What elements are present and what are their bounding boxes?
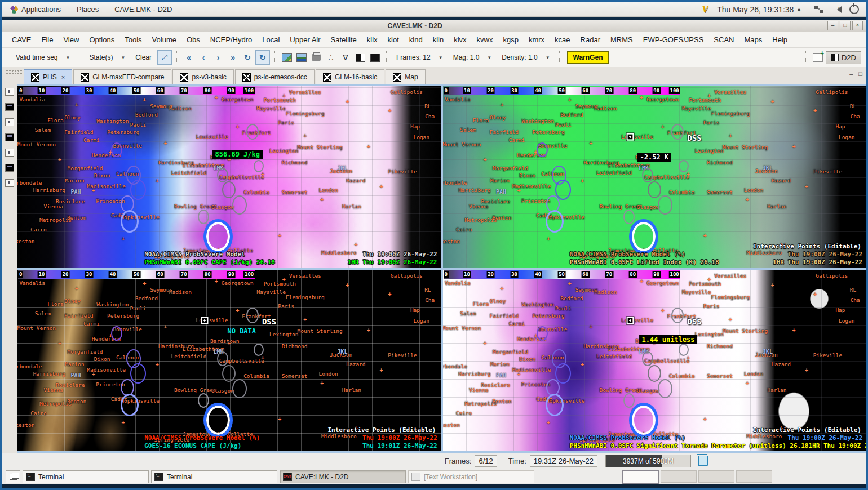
garbage-collect-icon[interactable] [698, 456, 708, 466]
tab-glm-16-basic[interactable]: GLM-16-basic [316, 69, 384, 84]
states-dropdown[interactable]: State(s)▼ [85, 52, 130, 63]
power-icon[interactable] [849, 5, 859, 14]
menu-kiln[interactable]: kiln [428, 35, 449, 44]
loop-icon[interactable]: ↻ [241, 51, 254, 64]
menu-scan[interactable]: SCAN [708, 35, 739, 44]
taskbar-item-terminal[interactable]: Terminal [23, 470, 149, 483]
d2d-perspective-button[interactable]: D2D [826, 51, 861, 64]
network-icon[interactable] [814, 6, 823, 13]
menu-maps[interactable]: Maps [739, 35, 767, 44]
workspace-pager-4[interactable] [736, 470, 772, 483]
interactive-points-legend[interactable]: Interactive Points (Editable) [443, 426, 866, 434]
map-panel-significant-tornado-parameter[interactable]: VersaillesVandaliaOlneyFloraSalemFairfie… [443, 270, 866, 451]
legend-line[interactable]: NOAA/CIMSS ProbSevere Model (%)Thu 19:00… [17, 434, 441, 442]
interactive-points-legend[interactable]: Interactive Points (Editable) [443, 243, 866, 251]
active-window-menu[interactable]: CAVE:LMK - D2D [107, 2, 180, 16]
pin-view-icon[interactable] [5, 88, 14, 96]
next-frame-icon[interactable]: › [211, 51, 225, 64]
menu-klvx[interactable]: klvx [449, 35, 471, 44]
applications-menu[interactable]: Applications [2, 2, 69, 16]
print-icon[interactable] [309, 51, 323, 64]
menu-options[interactable]: Options [84, 35, 119, 44]
last-frame-icon[interactable]: » [226, 51, 240, 64]
workspace-switcher[interactable] [6, 470, 20, 483]
menu-volume[interactable]: Volume [147, 35, 181, 44]
image-combo-icon[interactable] [295, 51, 308, 64]
interactive-point-marker[interactable] [626, 133, 634, 140]
window-titlebar[interactable]: CAVE:LMK - D2D – □ × [2, 20, 866, 32]
legend-line[interactable]: PHSnMWnABI 0.0SFC CAPE (J/kg) 26.181HR T… [17, 259, 441, 266]
menu-ewp-goes-jpss[interactable]: EWP-GOES/JPSS [638, 35, 709, 44]
legend-line[interactable]: GOES-16 ECONUS CAPE (J/kg)Thu 19:01Z 26-… [17, 442, 441, 450]
docked-panel-icon[interactable] [5, 103, 14, 111]
workspace-pager-2[interactable] [661, 470, 697, 483]
menu-kmrx[interactable]: kmrx [524, 35, 550, 44]
open-perspective-icon[interactable] [811, 51, 825, 64]
menu-satellite[interactable]: Satellite [326, 35, 362, 44]
image-properties-icon[interactable] [280, 51, 294, 64]
fullscreen-icon[interactable]: ⤢ [157, 50, 172, 65]
minimize-view-icon[interactable]: – [849, 70, 853, 77]
menu-mrms[interactable]: MRMS [605, 35, 638, 44]
menu-obs[interactable]: Obs [181, 35, 205, 44]
pin-view-icon[interactable] [5, 118, 14, 126]
menu-kcae[interactable]: kcae [550, 35, 575, 44]
time-options-icon[interactable]: ↻ [255, 50, 270, 65]
maximize-button[interactable]: □ [840, 21, 851, 30]
first-frame-icon[interactable]: « [182, 51, 196, 64]
map-panel-goes16-cape[interactable]: VersaillesVandaliaOlneyFloraSalemFairfie… [17, 270, 441, 451]
menu-kvwx[interactable]: kvwx [472, 35, 498, 44]
legend-line[interactable]: NOAA/CIMSS ProbSevere Model (%)Thu 19:00… [443, 434, 866, 442]
tab-glm-maxfed-compare[interactable]: GLM-maxFED-compare [73, 69, 171, 84]
docked-panel-icon[interactable] [5, 133, 14, 141]
workspace-pager-1[interactable] [622, 470, 659, 484]
vnc-applet-icon[interactable]: V [696, 5, 714, 15]
valid-time-seq-dropdown[interactable]: Valid time seq▼ [11, 52, 74, 63]
menu-kind[interactable]: kind [404, 35, 428, 44]
menu-ncep-hydro[interactable]: NCEP/Hydro [205, 35, 257, 44]
restore-view-icon[interactable]: □ [858, 70, 862, 77]
menu-local[interactable]: Local [257, 35, 285, 44]
frames-dropdown[interactable]: Frames: 12▼ [392, 52, 448, 63]
legend-line[interactable]: NOAA/CIMSS ProbSevere ModelThu 19:00Z 26… [17, 251, 441, 259]
density-dropdown[interactable]: Density: 1.0▼ [497, 52, 554, 63]
menu-cave[interactable]: CAVE [7, 35, 36, 44]
menu-kilx[interactable]: kilx [362, 35, 383, 44]
menu-file[interactable]: File [36, 35, 58, 44]
workspace-pager-3[interactable] [698, 470, 734, 483]
mag-dropdown[interactable]: Mag: 1.0▼ [449, 52, 497, 63]
tab-ps-v3-basic[interactable]: ps-v3-basic [172, 69, 233, 84]
places-menu[interactable]: Places [69, 2, 107, 16]
tab-map[interactable]: Map [386, 69, 425, 84]
desktop-clock[interactable]: Thu May 26, 19:31:38 [714, 5, 797, 14]
interactive-points-legend[interactable]: Interactive Points (Editable) [17, 426, 441, 434]
tab-drag-grip[interactable] [6, 69, 23, 74]
split-panes-icon[interactable] [353, 51, 367, 64]
menu-kgsp[interactable]: kgsp [498, 35, 523, 44]
tab-close-icon[interactable]: × [60, 74, 65, 81]
menu-tools[interactable]: Tools [119, 35, 147, 44]
legend-line[interactable]: PHSnMWnABI 0.0SFC Lifted Index (K) 26.18… [443, 259, 866, 266]
menu-radar[interactable]: Radar [575, 35, 605, 44]
tab-phs[interactable]: PHS× [24, 69, 72, 84]
clear-button[interactable]: Clear [131, 52, 156, 63]
taskbar-item-terminal[interactable]: Terminal [151, 470, 277, 483]
map-panel-cape-probsevere[interactable]: VersaillesVandaliaOlneyFloraSalemFairfie… [17, 86, 441, 268]
menu-view[interactable]: View [58, 35, 84, 44]
minimize-button[interactable]: – [827, 21, 838, 30]
pin-view-icon[interactable] [5, 179, 14, 187]
legend-line[interactable]: NOAA/CIMSS ProbSevere Model (%)Thu 19:00… [443, 251, 866, 259]
clear-drawing-icon[interactable]: ∇ [339, 51, 352, 64]
interactive-point-marker[interactable] [626, 317, 634, 324]
points-icon[interactable]: ∴ [324, 51, 338, 64]
interactive-point-marker[interactable] [201, 317, 209, 324]
tab-ps-lc-emesos-dcc[interactable]: ps-lc-emesos-dcc [235, 69, 315, 84]
map-panel-lifted-index-probsevere[interactable]: VersaillesVandaliaOlneyFloraSalemFairfie… [443, 86, 866, 268]
menu-help[interactable]: Help [767, 35, 792, 44]
volume-muted-icon[interactable] [834, 6, 842, 13]
legend-line[interactable]: PHSnMWnABI 0.0SFC Significant Tornado Pa… [443, 442, 866, 450]
menu-upper-air[interactable]: Upper Air [285, 35, 325, 44]
menu-klot[interactable]: klot [383, 35, 404, 44]
previous-frame-icon[interactable]: ‹ [197, 51, 210, 64]
pin-view-icon[interactable] [5, 149, 14, 157]
